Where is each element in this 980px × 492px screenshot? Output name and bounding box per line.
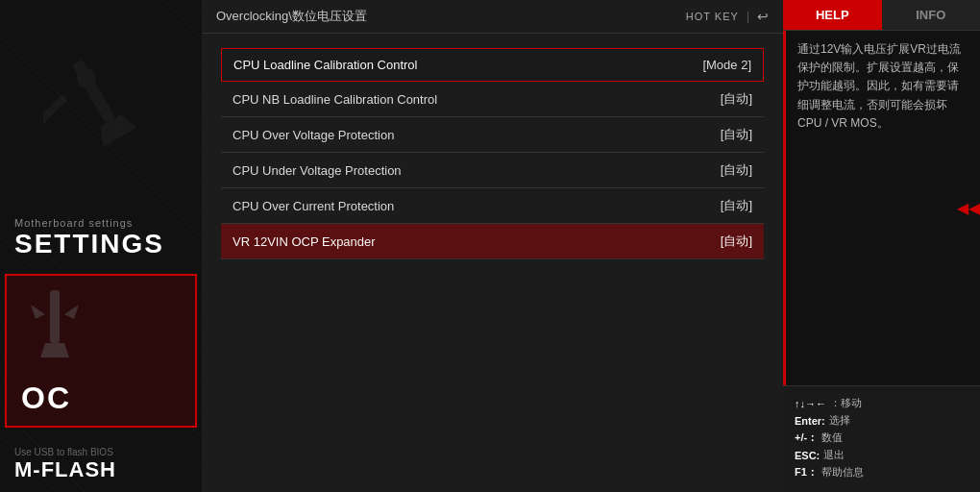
back-icon[interactable]: ↩ — [757, 9, 769, 24]
menu-item-name: CPU NB Loadline Calibration Control — [233, 92, 437, 107]
right-footer: ↑↓→← ：移动 Enter: 选择 +/-： 数值 ESC: 退出 F1： 帮… — [783, 385, 980, 492]
hotkey-divider: | — [747, 10, 749, 23]
svg-rect-3 — [43, 94, 68, 134]
svg-marker-1 — [94, 111, 137, 146]
menu-item-name: CPU Over Current Protection — [233, 199, 394, 213]
sidebar-oc-section[interactable]: OC — [5, 274, 197, 428]
oc-icon — [16, 285, 93, 366]
plusminus-label: 数值 — [821, 430, 843, 445]
menu-item-value: [自动] — [721, 90, 752, 108]
tab-info[interactable]: INFO — [882, 0, 981, 30]
move-keys: ↑↓→← — [795, 398, 826, 409]
wrench-icon — [43, 46, 159, 161]
hotkey-label: HOT KEY — [686, 11, 739, 22]
tab-help[interactable]: HELP — [783, 0, 882, 30]
menu-item-value: [自动] — [721, 126, 752, 143]
esc-label: 退出 — [823, 448, 845, 462]
f1-label: 帮助信息 — [821, 465, 864, 480]
menu-item-vr-12vin[interactable]: VR 12VIN OCP Expander [自动] — [221, 224, 764, 259]
svg-marker-7 — [31, 305, 45, 319]
svg-marker-8 — [64, 305, 79, 319]
settings-title: SETTINGS — [14, 229, 187, 259]
hotkey-area: HOT KEY | ↩ — [686, 9, 769, 24]
enter-key: Enter: — [795, 415, 825, 427]
sidebar-settings-section[interactable]: Motherboard settings SETTINGS — [0, 208, 202, 269]
menu-area: CPU Loadline Calibration Control [Mode 2… — [202, 34, 783, 492]
oc-title: OC — [21, 381, 71, 416]
sidebar: Motherboard settings SETTINGS OC Use USB… — [0, 0, 202, 492]
main-content: Overclocking\数位电压设置 HOT KEY | ↩ CPU Load… — [202, 0, 783, 492]
menu-item-name: CPU Under Voltage Protection — [233, 163, 402, 178]
menu-item-name: CPU Loadline Calibration Control — [233, 58, 418, 72]
move-label: ：移动 — [830, 396, 862, 410]
sidebar-tools-area — [0, 0, 202, 208]
svg-rect-0 — [72, 60, 115, 124]
right-panel: HELP INFO 通过12V输入电压扩展VR过电流保护的限制。扩展设置越高，保… — [783, 0, 980, 492]
svg-rect-5 — [50, 290, 60, 343]
menu-item-over-voltage[interactable]: CPU Over Voltage Protection [自动] — [221, 117, 764, 153]
breadcrumb-bar: Overclocking\数位电压设置 HOT KEY | ↩ — [202, 0, 783, 34]
footer-enter: Enter: 选择 — [795, 413, 968, 428]
menu-item-loadline-calibration[interactable]: CPU Loadline Calibration Control [Mode 2… — [221, 48, 764, 82]
help-text: 通过12V输入电压扩展VR过电流保护的限制。扩展设置越高，保护功能越弱。因此，如… — [797, 42, 961, 130]
sidebar-mflash-section[interactable]: Use USB to flash BIOS M-FLASH — [0, 432, 202, 492]
menu-item-value: [自动] — [721, 233, 752, 250]
oc-tool-icon — [16, 285, 93, 362]
settings-label: Motherboard settings — [14, 217, 187, 229]
breadcrumb: Overclocking\数位电压设置 — [216, 8, 367, 25]
menu-item-value: [自动] — [721, 161, 752, 179]
scroll-indicator: ◀◀ — [957, 201, 980, 216]
mflash-title: M-FLASH — [14, 457, 187, 482]
footer-f1: F1： 帮助信息 — [795, 465, 968, 480]
menu-item-under-voltage[interactable]: CPU Under Voltage Protection [自动] — [221, 153, 764, 188]
right-tabs: HELP INFO — [783, 0, 980, 31]
enter-label: 选择 — [829, 413, 850, 428]
right-help-content: 通过12V输入电压扩展VR过电流保护的限制。扩展设置越高，保护功能越弱。因此，如… — [783, 31, 980, 385]
footer-move: ↑↓→← ：移动 — [795, 396, 968, 410]
svg-marker-6 — [40, 343, 69, 357]
menu-item-value: [自动] — [721, 197, 752, 214]
f1-key: F1： — [795, 465, 818, 480]
menu-item-value: [Mode 2] — [702, 58, 751, 72]
footer-esc: ESC: 退出 — [795, 448, 968, 462]
menu-item-over-current[interactable]: CPU Over Current Protection [自动] — [221, 188, 764, 224]
plusminus-key: +/-： — [795, 430, 818, 445]
mflash-label: Use USB to flash BIOS — [14, 447, 187, 457]
menu-item-name: CPU Over Voltage Protection — [233, 128, 394, 142]
menu-item-nb-loadline[interactable]: CPU NB Loadline Calibration Control [自动] — [221, 82, 764, 117]
esc-key: ESC: — [795, 450, 820, 461]
menu-item-name: VR 12VIN OCP Expander — [233, 234, 376, 249]
footer-plusminus: +/-： 数值 — [795, 430, 968, 445]
